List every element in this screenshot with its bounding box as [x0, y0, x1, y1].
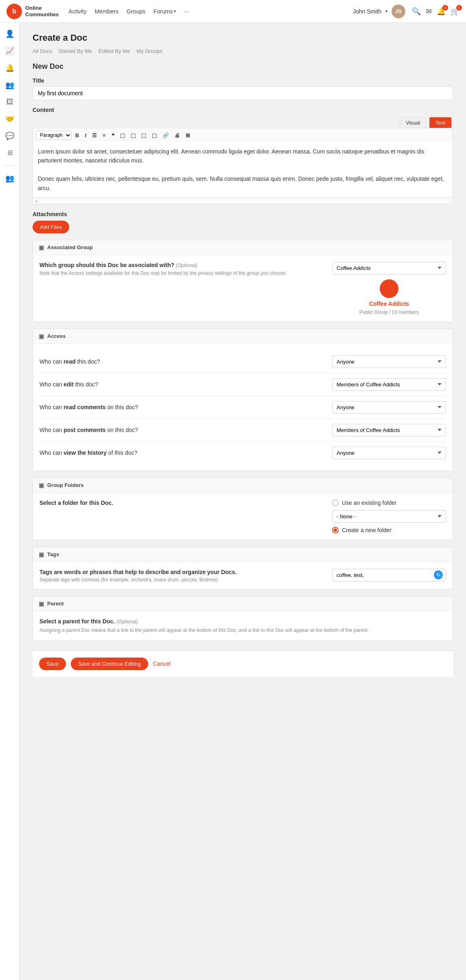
user-chevron-icon[interactable]: ▾ [385, 9, 387, 13]
history-select-wrapper: Anyone Members of Coffee Addicts Admins … [332, 447, 446, 459]
sidebar-chat-icon[interactable]: 💬 [5, 132, 14, 140]
add-files-button[interactable]: Add Files [33, 221, 69, 233]
messages-icon[interactable]: ✉ [426, 7, 432, 16]
history-select[interactable]: Anyone Members of Coffee Addicts Admins … [332, 447, 446, 459]
access-body: Who can read this doc? Anyone Members of… [33, 344, 453, 471]
breadcrumb-all-docs[interactable]: All Docs [33, 48, 52, 54]
indent-btn[interactable]: ⬚ [150, 132, 159, 139]
format-select[interactable]: Paragraph [36, 131, 72, 140]
title-label: Title [33, 77, 453, 84]
site-logo[interactable]: b OnlineCommunities [7, 4, 59, 19]
tags-edit-icon: ✎ [440, 574, 444, 580]
members-link[interactable]: Members [95, 8, 118, 15]
associated-group-body: Which group should this Doc be associate… [33, 255, 453, 322]
folder-existing-option[interactable]: Use an existing folder [332, 500, 446, 506]
sidebar-divider [3, 165, 16, 166]
folder-new-radio[interactable] [332, 527, 339, 533]
ol-btn[interactable]: ≡ [101, 132, 108, 139]
align-center-btn[interactable]: ⬚ [129, 132, 138, 139]
folder-prompt: Select a folder for this Doc. [39, 500, 322, 506]
parent-body: Select a parent for this Doc. (Optional)… [33, 612, 453, 640]
read-comments-question: Who can read comments on this doc? [39, 404, 332, 410]
sidebar-friends-icon[interactable]: 🤝 [5, 114, 14, 123]
read-question: Who can read this doc? [39, 358, 332, 365]
link-btn[interactable]: 🔗 [160, 132, 171, 139]
group-folders-title: Group Folders [47, 482, 84, 488]
ul-btn[interactable]: ☰ [90, 132, 99, 139]
tags-body: Tags are words or phrases that help to d… [33, 562, 453, 589]
italic-btn[interactable]: I [83, 132, 88, 139]
tags-description: Tags are words or phrases that help to d… [39, 569, 322, 575]
folder-existing-radio[interactable] [332, 500, 339, 506]
sidebar-desktop-icon[interactable]: 🖥 [6, 149, 13, 157]
associated-group-right: Coffee Addicts Coffee Addicts [332, 262, 446, 315]
folder-select[interactable]: - None - [332, 510, 446, 523]
editor-content[interactable]: Lorem ipsum dolor sit amet, consectetuer… [33, 142, 453, 198]
page-title: Create a Doc [33, 33, 453, 43]
forums-link[interactable]: Forums ▾ [153, 8, 176, 15]
cart-badge: 1 [456, 5, 462, 11]
align-left-btn[interactable]: ⬚ [118, 132, 127, 139]
groups-link[interactable]: Groups [127, 8, 145, 15]
sidebar-notifications-icon[interactable]: 🔔 [5, 64, 14, 72]
tags-header: ▣ Tags [33, 547, 453, 562]
edit-select[interactable]: Anyone Members of Coffee Addicts Admins … [332, 378, 446, 391]
folder-new-option[interactable]: Create a new folder [332, 527, 446, 533]
table-btn[interactable]: ⊞ [184, 132, 192, 139]
cancel-button[interactable]: Cancel [153, 660, 171, 667]
read-comments-select-wrapper: Anyone Members of Coffee Addicts Admins … [332, 401, 446, 414]
activity-link[interactable]: Activity [68, 8, 86, 15]
sidebar-groups-icon[interactable]: 👥 [5, 81, 14, 90]
group-folders-card: ▣ Group Folders Select a folder for this… [33, 478, 453, 540]
username-display: John Smith [353, 8, 381, 15]
form-section-title: New Doc [33, 62, 453, 71]
top-navigation: b OnlineCommunities Activity Members Gro… [0, 0, 466, 23]
tab-visual[interactable]: Visual [400, 117, 426, 128]
search-icon[interactable]: 🔍 [412, 7, 421, 16]
tab-text[interactable]: Text [429, 117, 451, 128]
notifications-icon[interactable]: 🔔 2 [437, 7, 446, 16]
folder-existing-label: Use an existing folder [342, 500, 397, 506]
post-comments-select[interactable]: Anyone Members of Coffee Addicts Admins … [332, 424, 446, 436]
access-row-read: Who can read this doc? Anyone Members of… [39, 351, 446, 373]
access-card: ▣ Access Who can read this doc? Anyone M… [33, 329, 453, 471]
parent-title: Parent [47, 601, 63, 607]
group-preview-name: Coffee Addicts [369, 300, 409, 307]
sidebar-media-icon[interactable]: 🖼 [6, 98, 13, 106]
save-button[interactable]: Save [39, 658, 66, 670]
tags-input[interactable] [332, 569, 446, 581]
title-input[interactable] [33, 86, 453, 100]
access-row-post-comments: Who can post comments on this doc? Anyon… [39, 419, 446, 442]
blockquote-btn[interactable]: ❝ [109, 132, 116, 139]
group-select[interactable]: Coffee Addicts [332, 262, 446, 274]
more-link[interactable]: ··· [184, 8, 189, 15]
save-continue-button[interactable]: Save and Continue Editing [71, 658, 148, 670]
read-comments-select[interactable]: Anyone Members of Coffee Addicts Admins … [332, 401, 446, 414]
form-footer: Save Save and Continue Editing Cancel [33, 651, 453, 677]
breadcrumb: All Docs Started By Me Edited By Me My G… [33, 48, 453, 54]
attachments-group: Attachments Add Files [33, 211, 453, 233]
sidebar-user-icon[interactable]: 👤 [5, 29, 14, 38]
read-select-wrapper: Anyone Members of Coffee Addicts Admins … [332, 355, 446, 368]
edit-question: Who can edit this doc? [39, 381, 332, 388]
read-select[interactable]: Anyone Members of Coffee Addicts Admins … [332, 355, 446, 368]
associated-group-card: ▣ Associated Group Which group should th… [33, 240, 453, 322]
align-right-btn[interactable]: ⬚ [139, 132, 148, 139]
breadcrumb-edited[interactable]: Edited By Me [98, 48, 130, 54]
sidebar-admin-icon[interactable]: 👥 [5, 174, 14, 183]
breadcrumb-started[interactable]: Started By Me [59, 48, 92, 54]
editor-toolbar: Paragraph B I ☰ ≡ ❝ ⬚ ⬚ ⬚ ⬚ 🔗 🖨 ⊞ [33, 128, 453, 142]
sidebar: 👤 📈 🔔 👥 🖼 🤝 💬 🖥 👥 [0, 23, 20, 980]
folder-row: Select a folder for this Doc. Use an exi… [39, 500, 446, 533]
bold-btn[interactable]: B [73, 132, 81, 139]
access-icon: ▣ [39, 333, 44, 340]
attachments-label: Attachments [33, 211, 453, 217]
avatar[interactable]: JS [392, 4, 405, 18]
forums-chevron-icon: ▾ [174, 9, 176, 13]
radio-dot [334, 528, 337, 532]
breadcrumb-mygroups[interactable]: My Groups [136, 48, 162, 54]
print-btn[interactable]: 🖨 [173, 132, 182, 139]
optional-label: (Optional) [176, 263, 197, 268]
sidebar-activity-icon[interactable]: 📈 [5, 46, 14, 55]
cart-icon[interactable]: 🛒 1 [451, 7, 459, 16]
